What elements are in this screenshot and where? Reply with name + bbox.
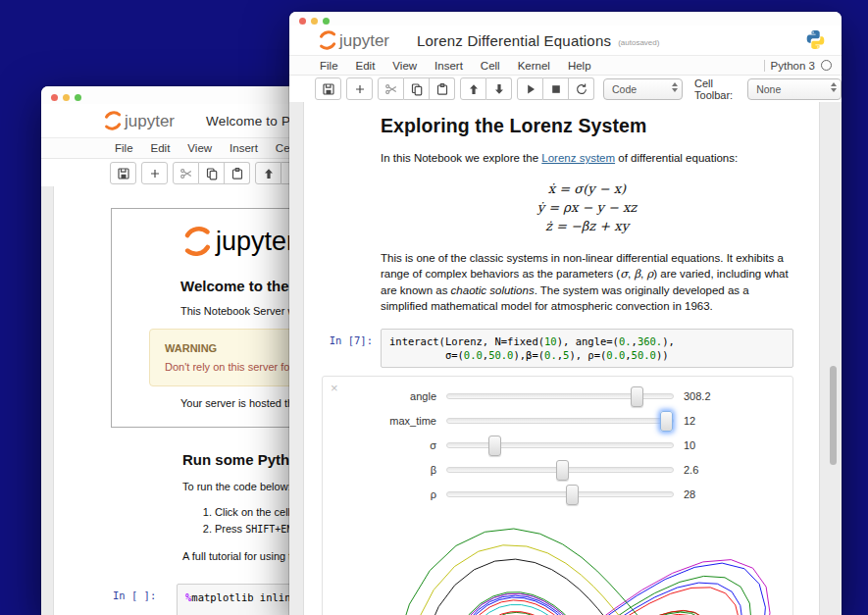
scrollbar-track[interactable]	[829, 102, 839, 615]
divider	[764, 60, 765, 72]
widget-close-icon[interactable]: ×	[331, 382, 338, 394]
front-titlebar[interactable]	[289, 12, 842, 26]
zoom-window-button[interactable]	[323, 18, 330, 25]
menu-edit[interactable]: Edit	[142, 142, 179, 154]
autosave-status: (autosaved)	[618, 38, 659, 47]
paste-cells-icon	[230, 167, 244, 180]
description-paragraph: This is one of the classic systems in no…	[381, 250, 793, 315]
toolbar-button-group	[141, 162, 168, 184]
widget-slider-row: β2.6	[323, 458, 792, 483]
toolbar-button-group	[517, 77, 594, 100]
menu-kernel[interactable]: Kernel	[509, 60, 559, 72]
slider-handle[interactable]	[488, 436, 501, 456]
slider-handle[interactable]	[631, 386, 643, 407]
cut-cells-button[interactable]	[378, 77, 404, 100]
lorenz-trajectory	[449, 593, 702, 615]
slider-handle[interactable]	[556, 460, 569, 481]
cut-cells-button[interactable]	[173, 162, 199, 184]
save-button[interactable]	[110, 162, 136, 184]
widget-slider-row: max_time12	[323, 409, 792, 434]
slider-handle[interactable]	[660, 411, 673, 432]
slider-track[interactable]	[446, 491, 674, 497]
insert-cell-below-icon	[148, 167, 162, 180]
front-notebook-title[interactable]: Lorenz Differential Equations	[417, 32, 611, 49]
zoom-window-button[interactable]	[75, 94, 81, 101]
minimize-window-button[interactable]	[311, 18, 318, 25]
cell-type-select[interactable]: Code	[603, 78, 683, 100]
save-icon	[117, 167, 130, 180]
front-notebook-header: jupyter Lorenz Differential Equations (a…	[289, 26, 842, 55]
paste-cells-icon	[435, 82, 449, 96]
cell-toolbar-label: Cell Toolbar:	[694, 77, 743, 101]
move-cell-up-button[interactable]	[460, 77, 486, 100]
slider-readout: 12	[684, 415, 695, 427]
lorenz-trajectory	[393, 529, 710, 615]
text-segment: chaotic solutions	[451, 284, 535, 296]
move-cell-down-button[interactable]	[486, 77, 512, 100]
jupyter-logo: jupyter	[102, 109, 186, 132]
kernel-status-icon	[821, 60, 832, 71]
scrollbar-thumb[interactable]	[830, 366, 837, 465]
interrupt-kernel-icon	[549, 82, 563, 96]
copy-cells-button[interactable]	[404, 77, 430, 100]
slider-handle[interactable]	[566, 485, 579, 505]
lorenz-trajectory	[448, 576, 752, 615]
code-editor[interactable]: interact(Lorenz, N=fixed(10), angle=(0.,…	[381, 329, 793, 368]
svg-text:jupyter: jupyter	[338, 31, 389, 50]
front-notebook-page: Exploring the Lorenz System In this Note…	[289, 102, 842, 615]
widget-slider-row: ρ28	[323, 483, 792, 507]
equation-line: ẏ = ρx − y − xz	[381, 198, 793, 217]
lorenz-trajectory	[449, 559, 770, 615]
menu-insert[interactable]: Insert	[426, 60, 472, 72]
copy-cells-button[interactable]	[199, 162, 225, 184]
cell-prompt: In [7]:	[322, 329, 381, 368]
slider-track[interactable]	[446, 442, 674, 448]
menu-view[interactable]: View	[383, 60, 426, 72]
front-menubar: FileEditViewInsertCellKernelHelpPython 3	[289, 55, 842, 76]
menu-view[interactable]: View	[179, 142, 221, 154]
slider-track[interactable]	[446, 467, 674, 473]
move-cell-up-button[interactable]	[255, 162, 281, 184]
widget-slider-row: angle308.2	[323, 384, 792, 409]
copy-cells-icon	[410, 82, 424, 96]
cut-cells-icon	[384, 82, 398, 96]
menu-edit[interactable]: Edit	[347, 60, 384, 72]
close-window-button[interactable]	[51, 94, 58, 101]
svg-text:jupyter: jupyter	[215, 227, 295, 256]
slider-label: β	[329, 464, 446, 476]
paste-cells-button[interactable]	[430, 77, 455, 100]
save-icon	[322, 82, 335, 96]
paste-cells-button[interactable]	[225, 162, 250, 184]
run-cell-button[interactable]	[517, 77, 543, 100]
equation-line: ż = −βz + xy	[381, 217, 793, 235]
close-window-button[interactable]	[299, 18, 306, 25]
toolbar-button-group	[110, 162, 136, 184]
slider-track[interactable]	[446, 418, 674, 424]
menu-cell[interactable]: Cell	[472, 60, 509, 72]
move-cell-up-icon	[467, 82, 481, 96]
restart-kernel-button[interactable]	[569, 77, 594, 100]
front-notebook-window[interactable]: jupyter Lorenz Differential Equations (a…	[289, 12, 842, 615]
lorenz-plot	[385, 521, 792, 615]
save-button[interactable]	[315, 77, 341, 100]
slider-label: angle	[329, 390, 446, 402]
jupyter-logo: jupyter	[317, 28, 401, 52]
lorenz-system-link[interactable]: Lorenz system	[541, 152, 615, 164]
svg-text:jupyter: jupyter	[124, 112, 175, 130]
toolbar-button-group	[378, 77, 455, 100]
widget-sliders: angle308.2max_time12σ10β2.6ρ28	[323, 384, 792, 507]
insert-cell-below-button[interactable]	[346, 77, 373, 100]
slider-track[interactable]	[446, 393, 674, 399]
menu-insert[interactable]: Insert	[221, 142, 267, 154]
menu-file[interactable]: File	[311, 60, 347, 72]
interrupt-kernel-button[interactable]	[543, 77, 569, 100]
slider-readout: 308.2	[684, 390, 711, 402]
intro-paragraph: In this Notebook we explore the Lorenz s…	[381, 150, 793, 167]
menu-help[interactable]: Help	[559, 60, 600, 72]
slider-readout: 2.6	[684, 464, 698, 476]
minimize-window-button[interactable]	[63, 94, 70, 101]
cell-toolbar-select[interactable]: None	[747, 78, 842, 100]
insert-cell-below-button[interactable]	[141, 162, 168, 184]
menu-file[interactable]: File	[106, 142, 142, 154]
desktop-background: jupyter Welcome to Python FileEditViewIn…	[0, 0, 868, 615]
